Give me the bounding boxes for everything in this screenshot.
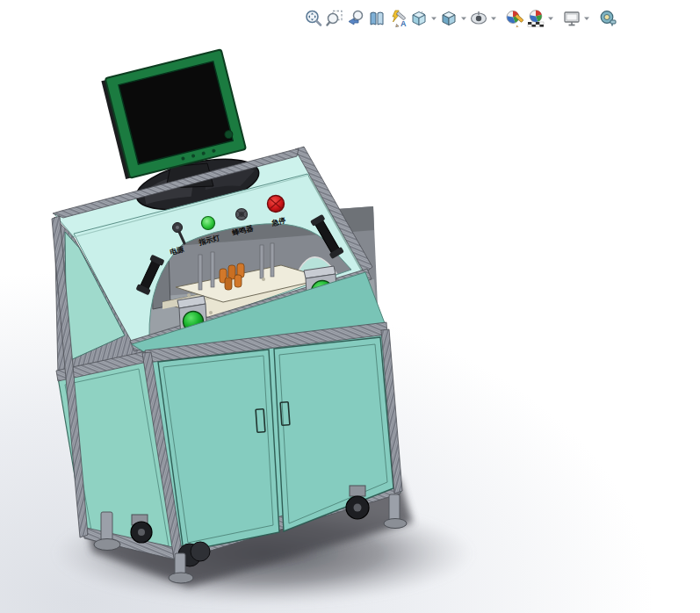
buzzer [236,209,248,220]
cad-viewport[interactable]: A [0,0,700,613]
emergency-stop-button[interactable] [268,196,285,213]
indicator-lamp [202,217,215,230]
machine-3d-model[interactable]: 电源 指示灯 蜂鸣器 急停 [0,0,700,613]
caster-rear-right [346,486,369,519]
